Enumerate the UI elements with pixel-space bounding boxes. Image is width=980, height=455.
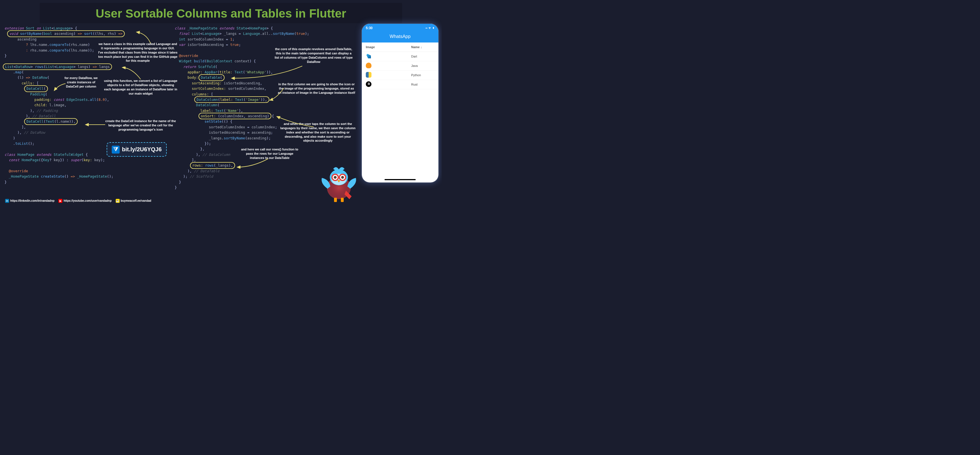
youtube-link[interactable]: ▶https://youtube.com/user/vandadnp <box>59 199 111 203</box>
svg-rect-10 <box>334 198 337 202</box>
svg-point-9 <box>341 176 344 179</box>
page-title: User Sortable Columns and Tables in Flut… <box>40 3 402 23</box>
phone-home-indicator <box>385 179 416 180</box>
svg-point-8 <box>334 176 337 179</box>
row-name: Rust <box>411 83 434 86</box>
statusbar-icons: ⋯ ᯤ ▮ <box>426 26 434 30</box>
vscode-icon: ⧩ <box>112 146 120 154</box>
header-image[interactable]: Image <box>366 45 411 49</box>
table-row: Python <box>362 71 438 80</box>
annotation-datacell: for every DataRow, we create instances o… <box>61 76 101 89</box>
python-icon <box>366 72 371 78</box>
code-block-left: extension Sort on List<Language> { void … <box>5 25 169 190</box>
statusbar-time: 5:30 <box>366 26 372 30</box>
social-links: inhttps://linkedin.com/in/vandadnp ▶http… <box>5 199 151 203</box>
header-name[interactable]: Name ↓ <box>411 45 434 49</box>
phone-appbar-title: WhatsApp <box>362 31 438 43</box>
java-icon <box>366 63 371 68</box>
buymeacoffee-link[interactable]: ☕buymeacoff.ee/vandad <box>116 199 151 203</box>
table-header: Image Name ↓ <box>362 43 438 52</box>
dart-icon <box>366 53 371 59</box>
svg-rect-11 <box>341 198 344 202</box>
dash-mascot-icon <box>318 164 360 203</box>
coffee-icon: ☕ <box>116 199 120 203</box>
annotation-rows-fn: using this function, we convert a list o… <box>104 79 178 95</box>
annotation-name-cell: create the DataCell instance for the nam… <box>104 119 178 132</box>
table-row: Rust <box>362 80 438 89</box>
table-row: Dart <box>362 52 438 61</box>
youtube-icon: ▶ <box>59 199 62 203</box>
phone-mockup: 5:30 ⋯ ᯤ ▮ WhatsApp Image Name ↓ Dart Ja… <box>362 24 438 182</box>
linkedin-link[interactable]: inhttps://linkedin.com/in/vandadnp <box>5 199 54 203</box>
table-row: Java <box>362 61 438 71</box>
annotation-language-class: we have a class in this example called L… <box>98 42 178 63</box>
linkedin-icon: in <box>5 199 9 203</box>
annotation-image-col: in the first column we are going to show… <box>277 82 356 95</box>
phone-statusbar: 5:30 ⋯ ᯤ ▮ <box>362 24 438 31</box>
bitly-text: bit.ly/2U6YQJ6 <box>122 145 162 154</box>
rust-icon <box>366 81 371 87</box>
bitly-badge[interactable]: ⧩ bit.ly/2U6YQJ6 <box>107 142 167 157</box>
row-name: Python <box>411 73 434 77</box>
row-name: Java <box>411 64 434 67</box>
row-name: Dart <box>411 55 434 58</box>
annotation-datatable: the core of this example revolves around… <box>274 47 353 64</box>
